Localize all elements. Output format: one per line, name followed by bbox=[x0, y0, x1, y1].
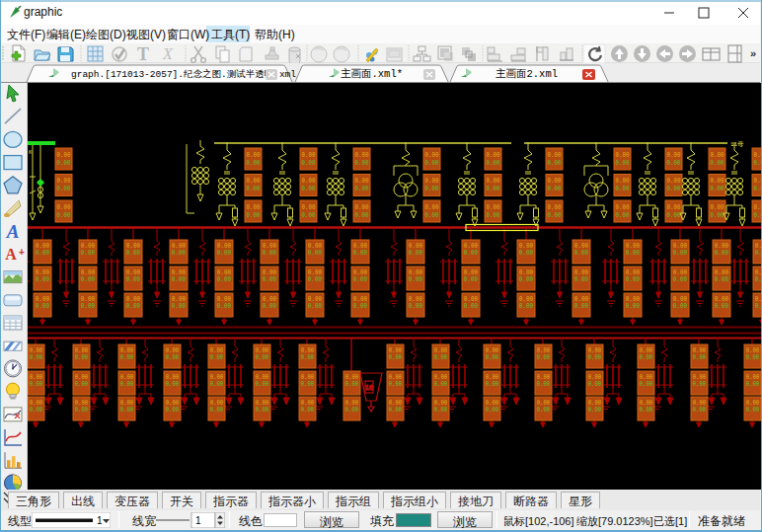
svg-text:A: A bbox=[6, 221, 20, 242]
svg-text:主画面2.xml: 主画面2.xml bbox=[495, 67, 558, 80]
svg-text:»: » bbox=[750, 47, 756, 59]
svg-text:A: A bbox=[5, 246, 17, 263]
svg-text:graph.[171013-2057].纪念之图.测试半透明: graph.[171013-2057].纪念之图.测试半透明.xml bbox=[71, 68, 296, 80]
svg-text:10: 10 bbox=[365, 384, 373, 392]
svg-text:1: 1 bbox=[97, 515, 103, 526]
svg-text:1: 1 bbox=[195, 515, 201, 526]
svg-text:主画面.xml*: 主画面.xml* bbox=[341, 67, 403, 80]
svg-text:X: X bbox=[162, 45, 174, 62]
svg-text:11母: 11母 bbox=[730, 140, 743, 148]
svg-text:+: + bbox=[19, 247, 25, 258]
svg-text:T: T bbox=[137, 44, 149, 63]
svg-text:K: K bbox=[29, 149, 33, 156]
